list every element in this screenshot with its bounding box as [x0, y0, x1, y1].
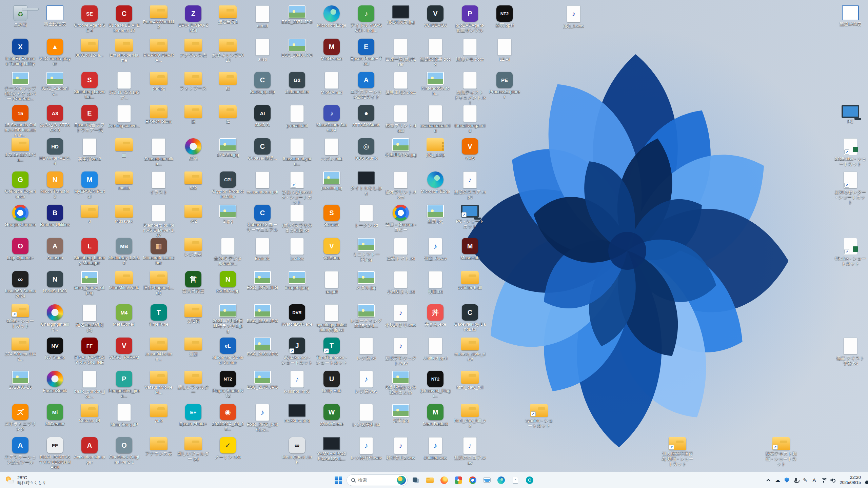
desktop-icon[interactable]: 2023-03-26: [4, 369, 37, 390]
desktop-icon[interactable]: FF FINAL FANTASY XIV ONLINE: [73, 336, 106, 365]
desktop-icon[interactable]: a.iss: [246, 37, 279, 62]
desktop-icon[interactable]: ミニトマト一円.jpg: [350, 237, 382, 262]
desktop-icon[interactable]: 明日.txt: [419, 270, 452, 294]
desktop-icon[interactable]: ↗ 販売テキスト動画 - ショートカット: [765, 436, 797, 467]
taskbar-app-firefox[interactable]: [437, 473, 451, 487]
desktop-icon[interactable]: Lexilos: [281, 237, 313, 261]
desktop-icon[interactable]: ズ ズボラミニプリンタ: [4, 403, 37, 432]
desktop-icon[interactable]: MB MediaBay 1.2.6.0: [108, 237, 140, 266]
desktop-icon[interactable]: J↗ JQuake.exe - ショートカット: [281, 336, 313, 365]
desktop-icon[interactable]: 無題.jpg: [419, 203, 452, 224]
desktop-icon[interactable]: NT2 (Unsaved_Plugi...: [419, 369, 452, 399]
desktop-icon[interactable]: 仮: [177, 104, 210, 124]
desktop-icon[interactable]: A エアステーション設定ガイド: [350, 70, 382, 100]
desktop-icon[interactable]: 無題のスコア.wav: [454, 436, 486, 466]
desktop-icon[interactable]: ∞ Meta Quest Link: [281, 436, 313, 465]
desktop-icon[interactable]: ESC_2875_00001.w...: [246, 403, 279, 432]
desktop-icon[interactable]: E Epson複合ソフトウェア一式: [73, 104, 106, 133]
desktop-icon[interactable]: 女子キャンプ2018: [212, 37, 244, 63]
taskbar-app-notepad[interactable]: [509, 473, 522, 487]
desktop-icon[interactable]: avhifter-6.dll: [454, 270, 486, 290]
desktop-icon[interactable]: pazulin.jpg: [315, 170, 348, 191]
desktop-icon[interactable]: 274-500-ca-1142...: [4, 336, 37, 362]
desktop-icon[interactable]: アナウンス表: [177, 37, 210, 58]
weather-widget[interactable]: 28°C 晴れ時々くもり: [2, 472, 50, 488]
desktop-icon[interactable]: 新しいフォルダー (2): [177, 436, 210, 462]
desktop-icon[interactable]: 営 営業日変更: [177, 270, 210, 294]
desktop-icon[interactable]: 15 15 Seconds Online ADB Installer an...: [4, 104, 37, 138]
desktop-icon[interactable]: S Scratch: [315, 203, 348, 227]
desktop-icon[interactable]: aa.pdf: [315, 270, 348, 294]
desktop-icon[interactable]: イラスト: [142, 170, 175, 195]
desktop-icon[interactable]: B Brother Utilities: [39, 203, 71, 227]
desktop-icon[interactable]: 狂気: [177, 137, 210, 161]
desktop-icon[interactable]: 幸喜 - Chrome - コピー: [384, 203, 417, 232]
desktop-icon[interactable]: アナウンス表: [142, 436, 175, 456]
desktop-icon[interactable]: 進: [212, 104, 244, 124]
desktop-icon[interactable]: Musayaki: [108, 203, 140, 224]
desktop-icon[interactable]: 数: [212, 70, 244, 91]
desktop-icon[interactable]: 新しいフォルダー: [177, 369, 210, 395]
desktop-icon[interactable]: Untitled.wav: [419, 436, 452, 461]
desktop-icon[interactable]: Z CPU-ID CPU-Z MSI: [177, 4, 210, 33]
desktop-icon[interactable]: U Unity Hub: [315, 369, 348, 393]
desktop-icon[interactable]: N NVIDIA App: [212, 270, 244, 294]
desktop-icon[interactable]: V VoiSona: [315, 237, 348, 261]
desktop-icon[interactable]: NintendoSwitch...: [419, 70, 452, 96]
desktop-icon[interactable]: ◎ OBS Studio: [350, 137, 382, 161]
desktop-icon[interactable]: ↗ 05.xlsx - ショートカット: [834, 237, 867, 266]
desktop-icon[interactable]: 無題_0.wav: [419, 237, 452, 261]
desktop-icon[interactable]: A Activation Manager: [73, 436, 106, 465]
desktop-icon[interactable]: C Cakewalk by BandLab: [454, 303, 486, 332]
desktop-icon[interactable]: A Antosen: [39, 237, 71, 261]
taskbar-app-edge[interactable]: [494, 473, 508, 487]
desktop-icon[interactable]: レコーディング 2025-03-1...: [350, 303, 382, 329]
onedrive-icon[interactable]: ☁: [775, 476, 780, 485]
desktop-icon[interactable]: DVR iWatchDVR.exe: [281, 303, 313, 327]
desktop-icon[interactable]: ▦ Minecraft Launcher: [142, 237, 175, 266]
network-icon[interactable]: [821, 476, 827, 485]
desktop-icon[interactable]: E Epson Photo+ Tool: [350, 37, 382, 66]
desktop-icon[interactable]: P Perspective_jirea...: [108, 369, 140, 399]
desktop-icon[interactable]: W WWWC.exe: [315, 403, 348, 427]
desktop-icon[interactable]: ESC_2472.JPG: [246, 270, 279, 290]
desktop-icon[interactable]: ごみ箱: [4, 4, 37, 27]
desktop-icon[interactable]: AI GMO AI: [246, 104, 279, 128]
desktop-icon[interactable]: 小銭集まり.txt: [384, 270, 417, 294]
desktop-icon[interactable]: 英単語Ver.3: [73, 137, 106, 162]
desktop-icon[interactable]: lhasslbmnbyatu...: [281, 137, 313, 167]
desktop-icon[interactable]: SE Groove Agent SE 4: [73, 4, 106, 33]
desktop-icon[interactable]: C Cubase-基礎...: [246, 137, 279, 161]
desktop-icon[interactable]: タイトルなし.jpg: [350, 170, 382, 196]
desktop-icon[interactable]: usaaaaaaaa.mid: [419, 104, 452, 134]
desktop-icon[interactable]: V VMS: [454, 137, 486, 161]
desktop-icon[interactable]: M MyEPSON Portal: [73, 170, 106, 199]
desktop-icon[interactable]: 1748Sa.jpg: [212, 137, 244, 158]
desktop-icon[interactable]: X Intel(R) Extreme Tuning Utility: [4, 37, 37, 66]
desktop-icon[interactable]: mailib: [108, 170, 140, 191]
desktop-icon[interactable]: ● ATTACKStash: [350, 104, 382, 128]
desktop-icon[interactable]: arasu9416-line...: [142, 336, 175, 362]
desktop-icon[interactable]: T TimeTune: [142, 303, 175, 327]
desktop-icon[interactable]: レジ袋.txt: [350, 336, 382, 361]
desktop-icon[interactable]: MineMikuWorld: [108, 270, 140, 290]
desktop-icon[interactable]: yuto: [142, 403, 175, 423]
desktop-icon[interactable]: メダル.jpg: [350, 270, 382, 290]
pen-icon[interactable]: ✎: [802, 476, 808, 485]
desktop-icon[interactable]: レジ袋有料.wav: [350, 436, 382, 461]
desktop-icon[interactable]: C Cubase LE AI Elements 13: [108, 4, 140, 33]
desktop-icon[interactable]: S Steinberg Downloa...: [73, 70, 106, 100]
desktop-icon[interactable]: 0272_Audionly...: [39, 70, 71, 96]
desktop-icon[interactable]: 無題の文書.docx: [419, 37, 452, 67]
desktop[interactable]: ごみ箱 料金比較表 SE Groove Agent SE 4 C Cubase …: [0, 0, 868, 488]
desktop-icon[interactable]: M MuseHub: [454, 237, 486, 261]
desktop-icon[interactable]: ESC_2866.JPG: [246, 303, 279, 324]
desktop-icon[interactable]: Untitled.ppsf: [419, 336, 452, 361]
desktop-icon[interactable]: ↗ PC - ショートカット: [454, 203, 486, 229]
desktop-icon[interactable]: O OneStock Original ver2.1: [108, 436, 140, 465]
desktop-icon[interactable]: チーズキャップ(仮)ジャケ カバー (OneSab...: [4, 70, 37, 101]
desktop-icon[interactable]: ↗ OMS - ショートカット: [4, 303, 37, 329]
taskbar-app-cevio[interactable]: C: [523, 473, 536, 487]
desktop-icon[interactable]: V VDSC_PARAM: [108, 336, 140, 360]
desktop-icon[interactable]: FusionSonik: [39, 369, 71, 393]
